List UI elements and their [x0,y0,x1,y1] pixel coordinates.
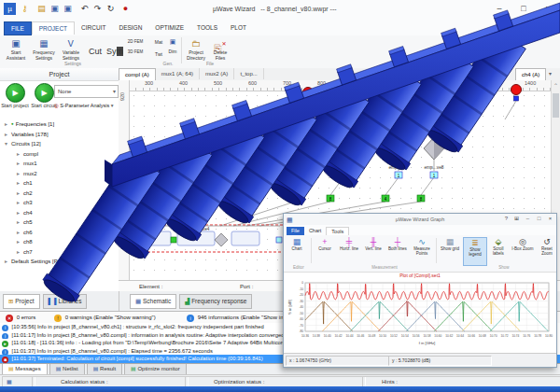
chevron-right-icon[interactable]: ▸ [5,130,11,140]
tree-item-circuits[interactable]: ▾Circuits [12] [0,139,119,149]
plot-maximize-button[interactable]: □ [534,214,544,224]
chevron-right-icon[interactable]: ▸ [17,247,23,258]
circuit-tab-2[interactable]: mux1 (A; 64) [156,68,200,79]
sym-button[interactable]: Sym [105,37,124,65]
cursor-button[interactable]: +Cursor [314,237,336,264]
dim-button[interactable]: Dim [166,46,179,55]
chevron-right-icon[interactable]: ▸ [17,169,23,179]
plot-window[interactable]: ▦ µWave Wizard Graph ? ⊞ – □ × FileChart… [283,213,557,368]
chevron-right-icon[interactable]: ▸ [5,119,11,130]
fem-2d-button[interactable]: 2D FEM 3D FEM [126,37,145,65]
tree-item-mux1[interactable]: ▸mux1 [0,159,119,169]
tree-item-default[interactable]: ▸Default Settings [Project] [0,257,119,267]
tree-item-compl[interactable]: ▸compl [0,149,119,160]
close-button[interactable]: × [536,0,560,18]
show-legend-button[interactable]: ≣Show legend [463,237,487,266]
vert-line-button[interactable]: ╫Vert. line [362,237,385,264]
minimize-button[interactable]: – [487,0,511,18]
undo-icon[interactable]: ↶ [78,3,91,15]
open-icon[interactable]: ▤ [35,3,48,15]
tree-item-ch7[interactable]: ▸ch7 [0,247,119,258]
chart-button[interactable]: ▦Chart [286,237,308,264]
start-assistant-button[interactable]: ▣ Start Assistant [2,37,30,65]
scroll-labels-button[interactable]: ⬙Scroll labels [487,237,510,264]
tab-frequency-response[interactable]: ▟ Frequency response [179,294,252,309]
tree-item-variables[interactable]: ▸Variables [178] [0,130,119,140]
tree-item-mux2[interactable]: ▸mux2 [0,169,119,179]
ribbon-pin-icon[interactable] [521,22,532,34]
chevron-right-icon[interactable]: ▸ [17,217,23,228]
chevron-right-icon[interactable]: ▸ [17,198,23,208]
tree-item-ch5[interactable]: ▸ch5 [0,217,119,228]
scrollbar-thumb[interactable] [553,93,559,118]
chevron-right-icon[interactable]: ▸ [17,159,23,169]
tab-overflow-icon[interactable]: ▾ [549,70,552,77]
left-tab-strip: ⊞ Project ▌▐ Libraries [0,291,119,312]
ribbon-tab-project[interactable]: PROJECT [32,21,75,35]
chevron-right-icon[interactable]: ▸ [5,257,11,267]
ribbon-tab-plot[interactable]: PLOT [224,21,253,34]
chevron-right-icon[interactable]: ▸ [17,208,23,218]
tree-item-ch2[interactable]: ▸ch2 [0,189,119,199]
plot-chart[interactable]: 10.3610.3810.4010.4210.4410.4610.4810.50… [287,279,553,352]
circuit-tab-3[interactable]: mux2 (A) [200,68,234,79]
tree-item-ch1[interactable]: ▸ch1 [0,178,119,189]
key-icon[interactable]: ⚷ [19,3,31,15]
reset-zoom-button[interactable]: ↺Reset Zoom [536,237,558,264]
chevron-right-icon[interactable]: ▸ [17,189,23,199]
save-all-icon[interactable]: ▣ [62,3,74,15]
tab-project[interactable]: ⊞ Project [3,294,40,309]
scroll-up-icon[interactable]: ⌃ [552,82,560,89]
help-icon[interactable]: ? [539,21,549,32]
refresh-icon[interactable]: ↻ [105,3,117,15]
tree-item-ch8[interactable]: ▸ch8 [0,237,119,247]
chevron-right-icon[interactable]: ▸ [17,237,23,247]
tree-item-frequencies[interactable]: ▸●Frequencies [1] [0,119,119,130]
horiz-line-button[interactable]: ╪Horiz. line [338,237,360,264]
ribbon-tab-optimize[interactable]: OPTIMIZE [148,21,190,34]
tab-libraries[interactable]: ▌▐ Libraries [43,294,88,309]
ribbon-tab-file[interactable]: FILE [4,21,32,35]
svg-text:10.48: 10.48 [368,334,375,338]
plot-pin-icon[interactable]: ⊞ [511,214,522,224]
plot-tab-file[interactable]: File [287,227,304,235]
cursor-y-value: y : 5.7028870 (dB) [388,356,492,366]
start-project-button[interactable]: ▶ [6,83,25,103]
start-circuit-button[interactable]: ▶ [35,83,54,103]
ribbon-tab-circuit[interactable]: CIRCUIT [75,21,112,34]
both-lines-button[interactable]: ┼Both lines [386,237,409,264]
preset-dropdown[interactable]: None▾ [54,85,119,98]
measure-points-button[interactable]: ∿Measure Points [411,237,433,264]
tree-item-ch6[interactable]: ▸ch6 [0,228,119,238]
ribbon-tab-design[interactable]: DESIGN [112,21,148,34]
circuit-tab-1[interactable]: compl (A) [119,68,156,80]
frequency-settings-button[interactable]: ▦ Frequency Settings [31,37,57,65]
plot-help-icon[interactable]: ? [501,214,511,224]
redo-icon[interactable]: ↷ [91,3,104,15]
maximize-button[interactable]: □ [511,0,536,18]
fem-3d-button[interactable]: 3D FEM [126,45,145,55]
tab-schematic[interactable]: ▦ Schematic [130,294,176,309]
circuit-tab-ch4[interactable]: ch4 (A) [515,68,546,80]
plot-close-button[interactable]: × [545,214,555,224]
chevron-right-icon[interactable]: ▸ [17,228,23,238]
svg-text:10.60: 10.60 [434,334,441,338]
circuit-tab-strip: compl (A)mux1 (A; 64)mux2 (A)t_top... [119,68,560,81]
chevron-down-icon[interactable]: ▾ [5,139,11,149]
show-grid-button[interactable]: ▦Show grid [439,237,461,264]
record-icon[interactable]: ● [119,3,132,15]
analysis-dropdown[interactable]: ◎ S-Parameter Analysis ▾ [54,100,116,111]
tree-item-ch4[interactable]: ▸ch4 [0,208,119,218]
chevron-right-icon[interactable]: ▸ [17,149,23,160]
twt-button[interactable]: Twt [152,46,165,58]
ribbon-tab-tools[interactable]: TOOLS [190,21,224,34]
plot-button-label: Reset Zoom [541,246,553,256]
i-box-zoom-button[interactable]: ◎I-Box Zoom [511,237,534,264]
svg-text:-20: -20 [299,293,303,297]
circuit-tab-4[interactable]: t_top... [234,68,263,79]
chevron-right-icon[interactable]: ▸ [17,178,23,189]
plot-tab-chart[interactable]: Chart [304,227,326,235]
plot-minimize-button[interactable]: – [523,214,533,224]
tree-item-ch3[interactable]: ▸ch3 [0,198,119,208]
save-icon[interactable]: ▣ [49,3,61,15]
